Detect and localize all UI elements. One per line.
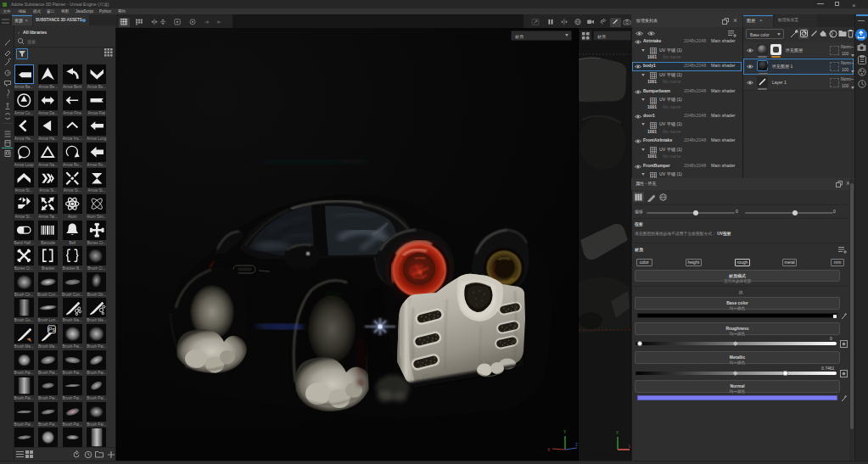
svg-text:Y: Y — [616, 430, 619, 435]
svg-text:U: U — [629, 444, 630, 449]
svg-text:X: X — [547, 447, 551, 452]
svg-text:Ps: Ps — [48, 327, 56, 333]
svg-text:Y: Y — [563, 429, 567, 434]
